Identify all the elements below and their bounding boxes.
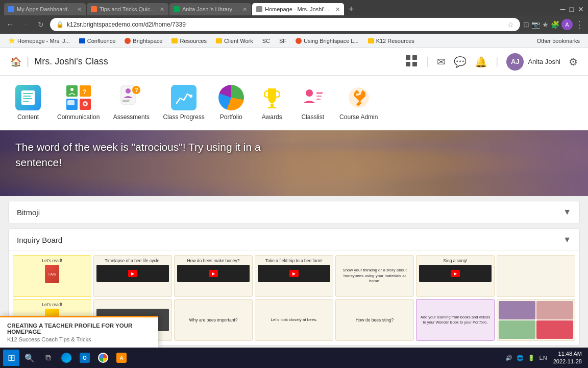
nav-awards[interactable]: Awards <box>252 81 292 125</box>
bookmark-icon[interactable]: ★ <box>542 20 549 29</box>
address-bar[interactable]: 🔒 k12sr.brightspacedemo.com/d2l/home/733… <box>50 18 520 31</box>
taskbar-chrome[interactable] <box>95 350 111 366</box>
tab-close[interactable]: ✕ <box>160 6 164 13</box>
content-icon <box>15 85 41 110</box>
profile-icon[interactable]: A <box>561 19 573 30</box>
tab-homepage-active[interactable]: Homepage - Mrs. Joshi's Class ✕ <box>252 3 344 15</box>
puzzle-icon[interactable]: 🧩 <box>551 20 559 29</box>
bookmark-sf[interactable]: SF <box>275 37 290 45</box>
bitmoji-chevron[interactable]: ▼ <box>563 208 571 217</box>
back-button[interactable]: ← <box>4 18 16 31</box>
close-button[interactable]: ✕ <box>578 5 584 13</box>
settings-icon[interactable]: ⚙ <box>569 56 578 68</box>
taskbar-edge[interactable] <box>58 350 75 366</box>
nav-class-progress[interactable]: Class Progress <box>157 81 210 125</box>
header-actions: | ✉ 💬 🔔 | AJ Anita Joshi ⚙ <box>405 53 578 71</box>
minimize-button[interactable]: ─ <box>560 5 566 13</box>
chat-icon[interactable]: 💬 <box>454 56 467 68</box>
bookmark-k12[interactable]: K12 Resources <box>364 37 419 45</box>
svg-rect-3 <box>412 62 417 66</box>
taskbar-app-extra[interactable]: A <box>113 350 130 366</box>
maximize-button[interactable]: □ <box>570 5 574 13</box>
nav-communication[interactable]: ? Communication <box>51 81 106 125</box>
portfolio-label: Portfolio <box>220 113 242 121</box>
tab-library[interactable]: Anita Joshi's Library - Vidyard ✕ <box>169 3 251 15</box>
header-divider-3: | <box>496 56 498 67</box>
bell-icon[interactable]: 🔔 <box>475 56 487 68</box>
bookmark-resources[interactable]: Resources <box>167 37 211 45</box>
nav-assessments[interactable]: ? Assessments <box>106 81 157 125</box>
inquiry-cell-2-5: How do bees sting? <box>335 299 414 341</box>
screenshot-icon[interactable]: 📷 <box>531 20 540 29</box>
svg-point-27 <box>306 89 313 97</box>
star-icon[interactable]: ☆ <box>507 20 514 29</box>
inquiry-cell-1: Let's read! I Am <box>13 255 91 297</box>
taskbar-taskview[interactable]: ⧉ <box>40 350 56 366</box>
inquiry-cell-2-6: Add your learning from books and videos … <box>416 299 495 341</box>
inquiry-board-header[interactable]: Inquiry Board ▼ <box>9 229 579 251</box>
mail-icon[interactable]: ✉ <box>437 56 446 68</box>
home-button[interactable]: 🏠 <box>10 56 21 67</box>
tab-close[interactable]: ✕ <box>242 6 247 13</box>
svg-rect-5 <box>23 93 33 94</box>
hero-banner: The word of the week is "atrocious"! Try… <box>0 130 588 196</box>
svg-rect-2 <box>406 62 410 66</box>
communication-label: Communication <box>57 113 100 121</box>
svg-rect-15 <box>67 100 75 105</box>
nav-course-admin[interactable]: Course Admin <box>333 81 384 125</box>
course-admin-icon <box>346 85 372 110</box>
inquiry-cell-5: Show your thinking or a story about hone… <box>335 255 414 297</box>
svg-point-13 <box>70 88 74 91</box>
tab-tips[interactable]: Tips and Tricks Quick Videos... ✕ <box>87 3 168 15</box>
nav-portfolio[interactable]: Portfolio <box>211 81 252 125</box>
inquiry-cell-2-3: Why are bees important? <box>174 299 253 341</box>
video-notification-title: CREATING A TEACHER PROFILE FOR YOUR HOME… <box>7 323 151 335</box>
svg-text:?: ? <box>83 88 86 96</box>
portfolio-icon <box>218 85 244 110</box>
video-notification[interactable]: CREATING A TEACHER PROFILE FOR YOUR HOME… <box>0 316 158 348</box>
taskbar-search[interactable]: 🔍 <box>21 350 38 366</box>
reload-button[interactable]: ↻ <box>35 18 47 31</box>
nav-content[interactable]: Content <box>5 81 51 125</box>
bookmark-confluence[interactable]: Confluence <box>75 37 120 45</box>
tab-close[interactable]: ✕ <box>77 6 82 13</box>
svg-point-17 <box>84 103 86 105</box>
bookmark-homepage[interactable]: ⭐ Homepage - Mrs. J... <box>4 36 74 45</box>
grid-icon[interactable] <box>405 54 418 69</box>
start-button[interactable]: ⊞ <box>3 350 19 366</box>
classlist-icon <box>300 85 326 110</box>
course-title: Mrs. Joshi's Class <box>34 56 400 67</box>
taskbar-outlook[interactable]: O <box>77 350 93 366</box>
address-url: k12sr.brightspacedemo.com/d2l/home/7339 <box>67 21 504 28</box>
bitmoji-header[interactable]: Bitmoji ▼ <box>9 201 579 223</box>
forward-button[interactable]: → <box>19 18 32 31</box>
video-notification-subtitle: K12 Success Coach Tips & Tricks <box>7 336 151 342</box>
svg-point-19 <box>126 88 131 94</box>
tab-close[interactable]: ✕ <box>335 6 340 13</box>
svg-rect-25 <box>271 104 274 107</box>
class-progress-icon <box>171 85 197 110</box>
nav-classlist[interactable]: Classlist <box>292 81 333 125</box>
svg-rect-7 <box>23 98 32 99</box>
nav-icons-row: Content ? Communication <box>0 76 588 130</box>
avatar-area[interactable]: AJ Anita Joshi <box>506 53 560 71</box>
cast-icon[interactable]: ⊡ <box>523 20 529 29</box>
bookmark-sc[interactable]: SC <box>258 37 274 45</box>
bookmark-client-work[interactable]: Client Work <box>212 37 257 45</box>
inquiry-chevron[interactable]: ▼ <box>563 235 571 244</box>
time-display: 11:48 AM <box>553 350 582 358</box>
lock-icon: 🔒 <box>56 21 64 28</box>
course-admin-label: Course Admin <box>339 113 378 121</box>
tab-my-apps[interactable]: My Apps Dashboard | D2L ✕ <box>4 3 86 15</box>
menu-button[interactable]: ⋮ <box>575 19 584 30</box>
communication-icon: ? <box>66 85 91 110</box>
svg-rect-1 <box>412 55 417 60</box>
new-tab-button[interactable]: + <box>345 3 357 15</box>
assessments-icon: ? <box>118 85 144 110</box>
awards-label: Awards <box>262 113 282 121</box>
bookmark-brightspace-learn[interactable]: Using Brightspace L... <box>291 37 363 45</box>
other-bookmarks[interactable]: Other bookmarks <box>533 37 584 45</box>
svg-rect-4 <box>21 90 35 105</box>
bookmark-brightspace[interactable]: Brightspace <box>120 37 166 45</box>
app-header: 🏠 | Mrs. Joshi's Class | ✉ 💬 🔔 | AJ Anit… <box>0 48 588 76</box>
